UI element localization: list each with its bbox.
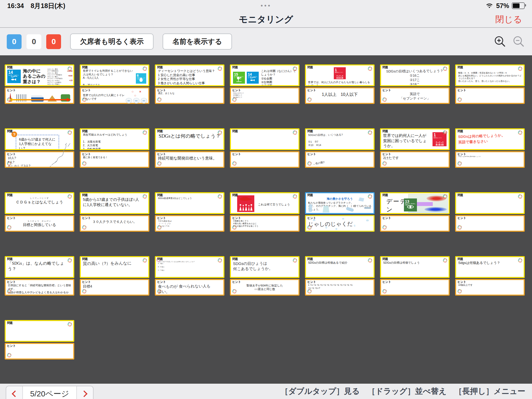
- student-card[interactable]: 問題 世界でトイレを利用することができない人は何人いるでしょう？ A：5人に1人…: [80, 64, 149, 104]
- problem-box[interactable]: 問題 Sdgsは何個あるでしょう？: [455, 256, 525, 278]
- zoom-in-icon[interactable]: [494, 35, 507, 48]
- student-card[interactable]: 問題 海の中に あるごみの 重さは？①(だいたい東京 タワー2850個分) ②(…: [5, 64, 74, 104]
- card-body-text: SDGsの目ひょうは 何こあるでしょうか。: [233, 261, 296, 271]
- problem-box[interactable]: 問題 海の中に あるごみの 重さは？①(だいたい東京 タワー2850個分) ②(…: [5, 64, 74, 86]
- student-card[interactable]: 問題 しーでぃーじーずＣＤＧｓとはなんでしょう ヒント もくひょう かんけい目標…: [5, 192, 74, 232]
- student-card[interactable]: 問題 ヒント: [5, 320, 74, 360]
- student-card[interactable]: 問題 SDGsの目標はいくつあるでしょう？ ①16こ ②17こ ③18こ ヒント…: [380, 64, 450, 104]
- count-red-button[interactable]: 0: [46, 34, 61, 49]
- student-card[interactable]: 問題 世界では約何人に一人が 貧困に困っているでしょ うか。 1貧困をなくそう …: [380, 128, 450, 168]
- hint-box[interactable]: ヒント ①みんなのこと ②生物のこと ③お金のこと: [230, 87, 300, 104]
- hint-box[interactable]: ヒント: [230, 151, 300, 168]
- hint-box[interactable]: ヒント ←色の数!!: [305, 151, 375, 168]
- problem-box[interactable]: 問題 世界では約何人に一人が 貧困に困っているでしょ うか。 1貧困をなくそう: [380, 128, 450, 150]
- student-card[interactable]: 問題 海の豊かさを守ろう私たちが普段使っているプラスチック。 さて、そのプラスチ…: [305, 192, 375, 232]
- hint-box[interactable]: ヒント ①貧困を無くそう ②質の高い教育をみんなに ③人や国の不平等を無くそう: [230, 215, 300, 232]
- student-card[interactable]: 問題 1日2ドル以下で生活している人は世界に何人いるでしょうか？ A：2億人 B…: [155, 256, 224, 296]
- student-card[interactable]: 問題 再生可能エネルギーはどれでしょう 1、太陽光発電 2、火力発電 3、自転車…: [80, 128, 149, 168]
- problem-box[interactable]: 問題 SDGsの目ひょうは 何こあるでしょうか。: [230, 256, 300, 278]
- student-card[interactable]: 問題 質の高い（?）をみんなに ヒント 目標4: [80, 256, 149, 296]
- next-page-button[interactable]: [77, 386, 93, 399]
- problem-box[interactable]: 問題 SDGsの目標は何個あるで紹介: [305, 256, 375, 278]
- hint-box[interactable]: ヒント スから始まるよ （・~・）ノシ （っ˘c）ﾌﾞｲｯ: [155, 215, 224, 232]
- hint-box[interactable]: ヒント 英語で 「セブンティーン」: [380, 87, 450, 104]
- student-card[interactable]: 問題 これは何て言うでしょう ヒント ①貧困を無くそう ②質の高い教育をみんなに…: [230, 192, 300, 232]
- hint-box[interactable]: ヒント 1人以上 10人以下: [305, 87, 375, 104]
- hint-box[interactable]: ヒント 日本語にすると「持続可能な開発目標」という意味です。 英語が得意な人やテ…: [5, 279, 74, 296]
- problem-box[interactable]: 問題 SDGsの目標は、いくつある? ①1 ③7 ②10 ④14: [305, 128, 375, 150]
- problem-box[interactable]: 問題 5歳から17歳までの子供ほぼ○人 に1人学校に通えていない。: [80, 192, 149, 214]
- problem-box[interactable]: 問題 1日2ドル以下で生活している人は世界に何人いるでしょうか？ A：2億人 B…: [155, 256, 224, 278]
- problem-box[interactable]: 問題 SDGsの目標は何個でしょう: [380, 256, 450, 278]
- problem-box[interactable]: 問題 世界では、何人に1人の子どもたちが貧しい暮らしをしている。 （ ）に当ては…: [305, 64, 375, 86]
- show-names-button[interactable]: 名前を表示する: [163, 34, 232, 50]
- student-card[interactable]: 問題 ヒント: [455, 192, 525, 232]
- hint-box[interactable]: ヒント: [380, 279, 450, 296]
- hint-box[interactable]: ヒント じゃしのじゃくだ: [305, 215, 375, 232]
- hint-box[interactable]: ヒント 食べものが 食べられない人も 多い。: [155, 279, 224, 296]
- problem-box[interactable]: 問題 世界でトイレを利用することができない人は何人いるでしょう？ A：5人に1人…: [80, 64, 149, 86]
- student-card[interactable]: 問題 SDGsの目標は何個あるで紹介 ヒント 1 +1 +1 +1 +1 +1 …: [305, 256, 375, 296]
- problem-box[interactable]: 問題 SDGsは何の略でしょうか。 英語で書きなさい: [455, 128, 525, 150]
- zoom-out-icon[interactable]: [512, 35, 525, 48]
- student-card[interactable]: 問題 6歳から17歳まで何人に 1人学校にかよえてない？ ヒント 10人? 5人…: [5, 128, 74, 168]
- hint-box[interactable]: ヒント 目標4: [80, 279, 149, 296]
- problem-box[interactable]: 問題 SDGsの目標はいくつあるでしょう？ ①16こ ②17こ ③18こ: [380, 64, 450, 86]
- show-absentees-button[interactable]: 欠席者も明るく表示: [70, 34, 154, 50]
- hint-box[interactable]: ヒント 夏に良く発電できる！: [80, 151, 149, 168]
- hint-box[interactable]: ヒント 聖徳太子が604年に制定した ○○憲法と同じ数: [230, 279, 300, 296]
- prev-page-button[interactable]: [6, 386, 22, 399]
- hint-box[interactable]: ヒント 世界では3人の中に1人家にトイレがないです ○ × ○: [80, 87, 149, 104]
- hint-box[interactable]: ヒント: [5, 343, 74, 360]
- close-button[interactable]: 閉じる: [494, 13, 524, 26]
- wifi-icon: [485, 3, 494, 9]
- count-white-button[interactable]: 0: [26, 34, 41, 49]
- hint-box[interactable]: ヒント 日本語では持続可能な開発目標のことです: [455, 151, 525, 168]
- student-card[interactable]: 問題 SDGsの目標は何個でしょう ヒント: [380, 256, 450, 296]
- hint-box[interactable]: ヒント 適正、まともな: [155, 87, 224, 104]
- student-card[interactable]: 問題 Sdgsは何個あるでしょう？ ヒント 10個以上です: [455, 256, 525, 296]
- hint-box[interactable]: ヒント 持続可能な開発目標という意味。: [155, 151, 224, 168]
- hint-box[interactable]: ヒント: [380, 215, 450, 232]
- hint-box[interactable]: ヒント ３０人クラスで６人ぐらい。: [80, 215, 149, 232]
- student-card[interactable]: 問題 勉強：3、4、10貧困：生活を送れない1・2 性別：5 誰にも相談出来ない…: [455, 64, 525, 104]
- student-card[interactable]: 問題 「SDGs」は、なんの略でしょう？ ヒント 日本語にすると「持続可能な開発…: [5, 256, 74, 296]
- problem-box[interactable]: 問題 これは何圏（なにけん）でしょうか？ ①社会圏 ②生物圏 ③経済圏 15陸の…: [230, 64, 300, 86]
- student-card[interactable]: 問題 SDGs達成率第1位はどこでしょう ヒント スから始まるよ （・~・）ノシ…: [155, 192, 224, 232]
- problem-box[interactable]: 問題: [230, 128, 300, 150]
- hint-box[interactable]: ヒント 2けたです: [380, 151, 450, 168]
- problem-box[interactable]: 問題: [455, 192, 525, 214]
- student-card[interactable]: 問題 SDGsの目標は、いくつある? ①1 ③7 ②10 ④14 ヒント ←色の…: [305, 128, 375, 168]
- problem-box[interactable]: 問題 デーデンエルーニョ現象と何現象 でしょうかあああ 13気候変動に具体的な対…: [380, 192, 450, 214]
- hint-box[interactable]: ヒント: [455, 87, 525, 104]
- student-card[interactable]: 問題 ヒント: [230, 128, 300, 168]
- hint-box[interactable]: ヒント: [5, 87, 74, 104]
- count-blue-button[interactable]: 0: [7, 34, 22, 49]
- card-body-text: 目標4: [83, 283, 146, 289]
- problem-box[interactable]: 問題 「SDGs」は、なんの略でしょう？: [5, 256, 74, 278]
- student-card[interactable]: 問題 SDGsは何の略でしょうか。 英語で書きなさい ヒント 日本語では持続可能…: [455, 128, 525, 168]
- student-card[interactable]: 問題 5歳から17歳までの子供ほぼ○人 に1人学校に通えていない。 ヒント ３０…: [80, 192, 149, 232]
- student-card[interactable]: 問題 デーデンエルーニョ現象と何現象 でしょうかあああ 13気候変動に具体的な対…: [380, 192, 450, 232]
- student-card[interactable]: 問題 ディーセントワークとはどういう意味？ 1 安心した賃金の高い仕事 2 女性…: [155, 64, 224, 104]
- hint-box[interactable]: ヒント もくひょう かんけい目標と関係している: [5, 215, 74, 232]
- student-card[interactable]: 問題 SDGsの目ひょうは 何こあるでしょうか。 ヒント 聖徳太子が604年に制…: [230, 256, 300, 296]
- hint-box[interactable]: ヒント: [455, 215, 525, 232]
- problem-box[interactable]: 問題 SDGs達成率第1位はどこでしょう: [155, 192, 224, 214]
- student-card[interactable]: 問題 これは何圏（なにけん）でしょうか？ ①社会圏 ②生物圏 ③経済圏 15陸の…: [230, 64, 300, 104]
- student-card[interactable]: 問題 世界では、何人に1人の子どもたちが貧しい暮らしをしている。 （ ）に当ては…: [305, 64, 375, 104]
- problem-box[interactable]: 問題 しーでぃーじーずＣＤＧｓとはなんでしょう: [5, 192, 74, 214]
- problem-box[interactable]: 問題 勉強：3、4、10貧困：生活を送れない1・2 性別：5 誰にも相談出来ない…: [455, 64, 525, 86]
- problem-box[interactable]: 問題 海の豊かさを守ろう私たちが普段使っているプラスチック。 さて、そのプラスチ…: [305, 192, 375, 214]
- problem-box[interactable]: 問題 ディーセントワークとはどういう意味？ 1 安心した賃金の高い仕事 2 女性…: [155, 64, 224, 86]
- hint-box[interactable]: ヒント 10人? 5人? もしかして3人?: [5, 151, 74, 168]
- problem-box[interactable]: 問題 これは何て言うでしょう: [230, 192, 300, 214]
- hint-box[interactable]: ヒント 1 +1 +1 +1 +1 +1 +1 +1 +1 +1 +1 +1 +…: [305, 279, 375, 296]
- student-card[interactable]: 問題 SDGsとは何の略でしょう？ ヒント 持続可能な開発目標という意味。: [155, 128, 224, 168]
- problem-box[interactable]: 問題 質の高い（?）をみんなに: [80, 256, 149, 278]
- problem-box[interactable]: 問題 SDGsとは何の略でしょう？: [155, 128, 224, 150]
- card-body-text: 「SDGs」は、なんの略でしょう？: [8, 261, 71, 272]
- hint-box[interactable]: ヒント 10個以上です: [455, 279, 525, 296]
- problem-box[interactable]: 問題 再生可能エネルギーはどれでしょう 1、太陽光発電 2、火力発電 3、自転車…: [80, 128, 149, 150]
- problem-box[interactable]: 問題: [5, 320, 74, 342]
